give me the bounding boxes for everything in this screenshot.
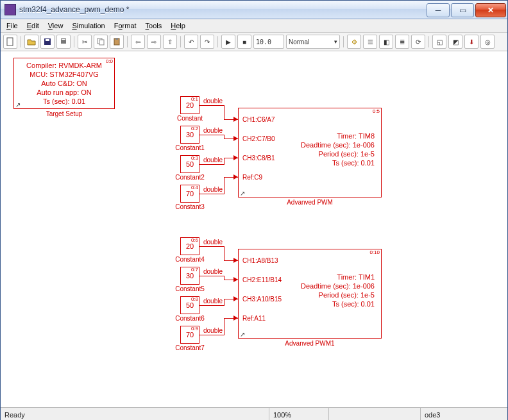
signal-line: [224, 299, 224, 306]
signal-line: [199, 246, 224, 247]
menu-view[interactable]: View: [44, 21, 68, 31]
port-index-label: 0:5: [373, 108, 380, 114]
menu-edit[interactable]: Edit: [22, 21, 44, 31]
build-icon[interactable]: ⚙: [347, 35, 361, 49]
minimize-button[interactable]: ─: [427, 3, 450, 17]
block-label: Constant7: [175, 344, 205, 351]
block-target-setup[interactable]: 0:0 Compiler: RVMDK-ARM MCU: STM32F407VG…: [13, 58, 115, 109]
signal-arrow-icon: [233, 155, 238, 160]
maximize-button[interactable]: ▭: [451, 3, 474, 17]
svg-rect-6: [99, 40, 104, 45]
port-index-label: 0:9: [191, 326, 198, 332]
signal-arrow-icon: [233, 277, 238, 282]
status-bar: Ready 100% ode3: [1, 407, 507, 420]
undo-icon[interactable]: ↶: [184, 35, 198, 49]
refresh-icon[interactable]: ⟳: [411, 35, 425, 49]
explorer-icon[interactable]: ◧: [379, 35, 393, 49]
sim-mode-select[interactable]: Normal: [286, 35, 340, 49]
open-icon[interactable]: [24, 35, 38, 49]
download-icon[interactable]: ⬇: [464, 35, 478, 49]
stop-time-field[interactable]: 10.0: [253, 35, 284, 49]
menu-help[interactable]: Help: [166, 21, 190, 31]
up-icon[interactable]: ⇧: [163, 35, 177, 49]
data-icon[interactable]: ☰: [363, 35, 377, 49]
block-constant[interactable]: 0:850: [180, 296, 199, 314]
stack-icon[interactable]: ≣: [395, 35, 409, 49]
svg-rect-4: [62, 38, 65, 40]
link-indicator-icon: ↗: [15, 101, 21, 108]
stop-sim-icon[interactable]: ■: [237, 35, 251, 49]
block-label: Constant5: [175, 285, 205, 292]
save-icon[interactable]: [40, 35, 55, 49]
title-bar[interactable]: stm32f4_advance_pwm_demo * ─ ▭ ✕: [1, 1, 507, 19]
menu-tools[interactable]: Tools: [141, 21, 167, 31]
block-label: Constant1: [175, 144, 205, 151]
block-label: Target Setup: [46, 110, 83, 117]
signal-arrow-icon: [233, 174, 238, 180]
toolbar: ✂ ⇦ ⇨ ⇧ ↶ ↷ ▶ ■ 10.0 Normal ⚙ ☰ ◧ ≣ ⟳ ◱ …: [1, 33, 507, 51]
window-title: stm32f4_advance_pwm_demo *: [19, 5, 427, 14]
block-constant[interactable]: 0:970: [180, 326, 199, 344]
signal-arrow-icon: [233, 117, 238, 122]
block-advanced-pwm1[interactable]: 0:10 CH1:A8/B13 CH2:E11/B14 CH3:A10/B15 …: [238, 249, 382, 339]
paste-icon[interactable]: [110, 35, 124, 49]
svg-rect-0: [7, 38, 13, 46]
status-empty: [329, 408, 421, 420]
menu-bar: File Edit View Simulation Format Tools H…: [1, 19, 507, 33]
port-index-label: 0:4: [191, 185, 198, 190]
signal-line: [224, 105, 224, 120]
signal-line: [224, 318, 224, 335]
config-icon[interactable]: ◩: [448, 35, 462, 49]
signal-line: [199, 194, 224, 194]
print-icon[interactable]: [56, 35, 71, 49]
link-indicator-icon: ↗: [240, 331, 245, 338]
block-label: Constant2: [175, 174, 205, 181]
port-index-label: 0:1: [191, 96, 198, 102]
signal-line: [199, 135, 224, 135]
signal-line: [224, 246, 224, 261]
port-index-label: 0:10: [369, 249, 380, 255]
block-advanced-pwm[interactable]: 0:5 CH1:C6/A7 CH2:C7/B0 CH3:C8/B1 Ref:C9…: [238, 108, 382, 197]
svg-rect-2: [46, 39, 49, 41]
forward-icon[interactable]: ⇨: [147, 35, 161, 49]
app-icon: [4, 4, 16, 15]
library-icon[interactable]: ◱: [432, 35, 446, 49]
model-canvas[interactable]: 0:0 Compiler: RVMDK-ARM MCU: STM32F407VG…: [1, 51, 507, 407]
status-solver: ode3: [421, 408, 507, 420]
port-index-label: 0:2: [191, 126, 198, 131]
redo-icon[interactable]: ↷: [200, 35, 214, 49]
block-label: Advanved PWM: [287, 199, 333, 206]
block-constant[interactable]: 0:620: [180, 237, 199, 255]
link-indicator-icon: ↗: [240, 190, 245, 197]
signal-line: [199, 276, 224, 276]
port-index-label: 0:3: [191, 155, 198, 161]
start-sim-icon[interactable]: ▶: [221, 35, 235, 49]
block-constant[interactable]: 0:730: [180, 267, 199, 285]
signal-line: [224, 158, 224, 165]
signal-type-label: double: [203, 97, 223, 105]
menu-sim[interactable]: Simulation: [67, 21, 109, 31]
signal-type-label: double: [203, 127, 223, 134]
back-icon[interactable]: ⇦: [131, 35, 145, 49]
block-constant[interactable]: 0:350: [180, 155, 199, 173]
svg-rect-8: [115, 38, 118, 40]
copy-icon[interactable]: [94, 35, 108, 49]
cut-icon[interactable]: ✂: [78, 35, 92, 49]
signal-line: [199, 105, 224, 106]
status-ready: Ready: [1, 408, 269, 420]
block-constant[interactable]: 0:120: [180, 96, 199, 114]
status-zoom: 100%: [269, 408, 329, 420]
menu-format[interactable]: Format: [110, 21, 141, 31]
signal-arrow-icon: [233, 136, 238, 141]
port-index-label: 0:8: [191, 296, 198, 302]
block-label: Advanved PWM1: [285, 340, 334, 347]
block-constant[interactable]: 0:470: [180, 185, 199, 203]
signal-type-label: double: [203, 156, 223, 164]
menu-file[interactable]: File: [2, 21, 22, 31]
signal-arrow-icon: [233, 296, 238, 301]
close-button[interactable]: ✕: [475, 3, 506, 17]
block-label: Constant3: [175, 203, 205, 210]
new-icon[interactable]: [3, 35, 17, 49]
target-icon[interactable]: ◎: [480, 35, 495, 49]
block-constant[interactable]: 0:230: [180, 126, 199, 144]
